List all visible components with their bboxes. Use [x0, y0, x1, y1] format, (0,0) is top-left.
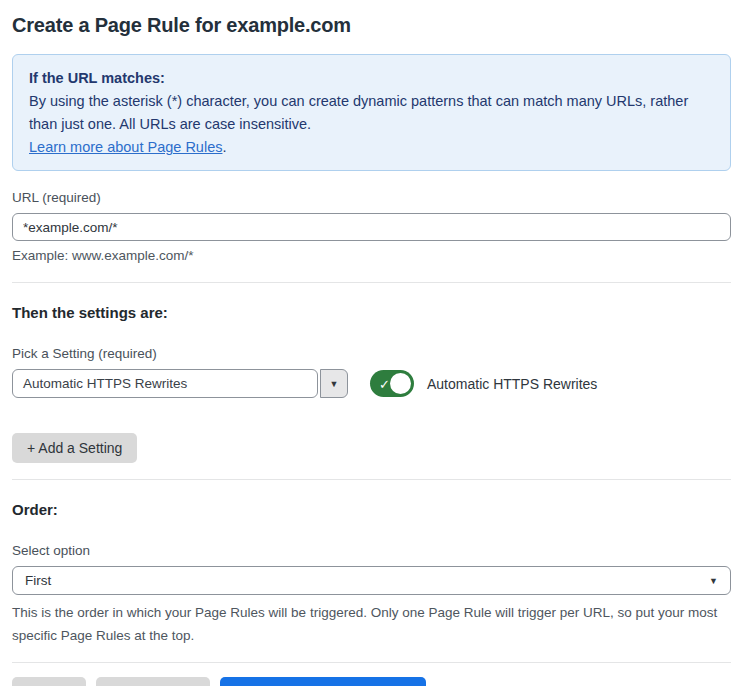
divider	[12, 282, 731, 283]
page-rule-form: Create a Page Rule for example.com If th…	[0, 0, 743, 686]
order-select-value: First	[25, 573, 51, 588]
order-help-text: This is the order in which your Page Rul…	[12, 601, 731, 647]
setting-dropdown-value: Automatic HTTPS Rewrites	[23, 376, 187, 391]
url-matches-info-box: If the URL matches: By using the asteris…	[12, 54, 731, 171]
select-option-label: Select option	[12, 543, 731, 558]
info-box-body: By using the asterisk (*) character, you…	[29, 90, 714, 136]
url-input[interactable]	[12, 213, 731, 241]
pick-setting-label: Pick a Setting (required)	[12, 346, 731, 361]
divider	[12, 662, 731, 663]
info-box-body-text: By using the asterisk (*) character, you…	[29, 93, 688, 132]
page-title: Create a Page Rule for example.com	[12, 14, 731, 37]
caret-down-icon: ▼	[709, 576, 718, 586]
check-icon: ✓	[379, 377, 390, 390]
caret-down-icon: ▼	[330, 379, 339, 389]
add-setting-button[interactable]: + Add a Setting	[12, 433, 137, 463]
setting-dropdown-arrow-button[interactable]: ▼	[320, 369, 348, 398]
link-period: .	[222, 139, 226, 155]
setting-picker-row: Automatic HTTPS Rewrites ▼ ✓ Automatic H…	[12, 369, 731, 398]
url-example-text: Example: www.example.com/*	[12, 248, 731, 263]
url-label: URL (required)	[12, 190, 731, 205]
order-select[interactable]: First ▼	[12, 566, 731, 595]
toggle-label: Automatic HTTPS Rewrites	[427, 376, 597, 392]
setting-dropdown[interactable]: Automatic HTTPS Rewrites	[12, 369, 318, 398]
footer-actions: Cancel Save as Draft Save and Deploy Pag…	[12, 677, 731, 686]
learn-more-link[interactable]: Learn more about Page Rules	[29, 139, 222, 155]
info-box-link-line: Learn more about Page Rules.	[29, 136, 714, 159]
order-section-heading: Order:	[12, 501, 731, 518]
save-as-draft-button[interactable]: Save as Draft	[96, 677, 211, 686]
save-and-deploy-button[interactable]: Save and Deploy Page Rule	[220, 677, 426, 686]
cancel-button[interactable]: Cancel	[12, 677, 86, 686]
settings-section-heading: Then the settings are:	[12, 304, 731, 321]
toggle-knob	[390, 373, 411, 394]
divider	[12, 479, 731, 480]
https-rewrites-toggle[interactable]: ✓	[370, 370, 414, 397]
info-box-heading: If the URL matches:	[29, 67, 714, 90]
